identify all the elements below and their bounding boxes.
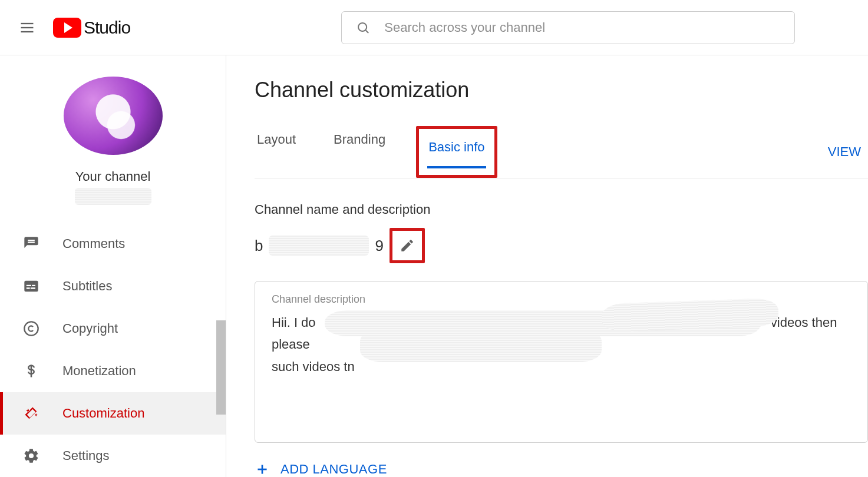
main-content: Channel customization Layout Branding Ba…: [226, 55, 868, 477]
scrollbar-thumb[interactable]: [216, 320, 226, 415]
hamburger-icon: [19, 19, 35, 36]
channel-name-row: b 9: [255, 228, 868, 263]
sidebar-item-label: Monetization: [62, 363, 136, 379]
gear-icon: [22, 447, 40, 465]
menu-button[interactable]: [18, 18, 37, 37]
highlight-edit-name-icon: [390, 228, 425, 263]
sidebar-item-label: Settings: [62, 448, 110, 463]
sidebar: Your channel Comments Subtitles Copyrigh…: [0, 55, 226, 477]
desc-part-1: Hii. I do: [272, 315, 316, 330]
channel-description-field[interactable]: Channel description Hii. I do videos the…: [255, 281, 868, 443]
channel-name-redacted: [75, 188, 151, 205]
sidebar-item-label: Comments: [62, 236, 125, 251]
svg-line-4: [366, 30, 369, 33]
tabs-row: Layout Branding Basic info VIEW: [255, 126, 868, 178]
sidebar-item-settings[interactable]: Settings: [0, 435, 226, 477]
copyright-icon: [22, 320, 40, 337]
desc-part-3: such videos tn: [272, 359, 355, 374]
tab-branding[interactable]: Branding: [331, 126, 388, 178]
pencil-icon[interactable]: [400, 238, 415, 253]
channel-name-redacted-inline: [269, 236, 369, 256]
sidebar-nav: Comments Subtitles Copyright Monetizatio…: [0, 223, 226, 477]
sidebar-item-customization[interactable]: Customization: [0, 392, 226, 435]
sidebar-item-label: Copyright: [62, 321, 118, 336]
plus-icon: [255, 462, 270, 477]
add-language-button[interactable]: ADD LANGUAGE: [255, 462, 868, 477]
view-channel-link[interactable]: VIEW: [828, 144, 862, 160]
app-header: Studio: [0, 0, 868, 55]
tab-layout[interactable]: Layout: [255, 126, 298, 178]
highlight-basic-info-tab: Basic info: [416, 126, 497, 178]
page-title: Channel customization: [255, 78, 868, 102]
svg-point-5: [24, 322, 38, 335]
tab-basic-info[interactable]: Basic info: [426, 134, 487, 168]
wand-icon: [22, 405, 40, 422]
logo-text: Studio: [84, 18, 130, 38]
channel-name-prefix: b: [255, 237, 263, 255]
subtitles-icon: [22, 277, 40, 295]
search-icon: [356, 20, 370, 35]
tabs: Layout Branding Basic info: [255, 126, 497, 178]
redacted-text: [360, 329, 602, 362]
sidebar-item-copyright[interactable]: Copyright: [0, 307, 226, 350]
channel-description-text: Hii. I do videos then please such videos…: [272, 312, 851, 377]
your-channel-label: Your channel: [0, 169, 226, 184]
search-bar[interactable]: [341, 11, 795, 44]
sidebar-item-subtitles[interactable]: Subtitles: [0, 265, 226, 307]
sidebar-item-comments[interactable]: Comments: [0, 223, 226, 265]
sidebar-item-label: Subtitles: [62, 279, 112, 294]
add-language-label: ADD LANGUAGE: [280, 462, 387, 477]
youtube-play-icon: [53, 18, 81, 38]
sidebar-item-monetization[interactable]: Monetization: [0, 350, 226, 392]
comment-icon: [22, 235, 40, 253]
studio-logo[interactable]: Studio: [53, 18, 130, 38]
svg-point-3: [358, 22, 367, 31]
channel-name-suffix: 9: [375, 237, 383, 255]
section-name-label: Channel name and description: [255, 202, 868, 217]
channel-avatar[interactable]: [64, 77, 163, 155]
sidebar-item-label: Customization: [62, 406, 144, 421]
dollar-icon: [22, 362, 40, 380]
search-input[interactable]: [384, 20, 780, 35]
